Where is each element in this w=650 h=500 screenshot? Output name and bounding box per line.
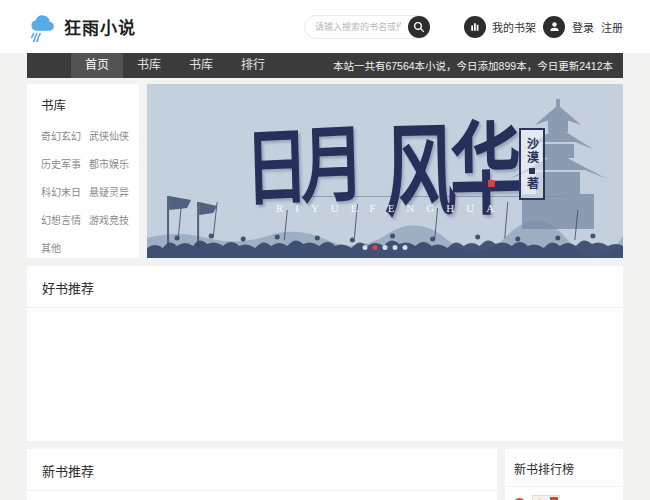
author-seal-box: 沙漠 著: [519, 128, 545, 200]
category-link[interactable]: 历史军事: [41, 159, 81, 170]
new-books-section: 新书推荐: [27, 449, 497, 500]
site-name: 狂雨小说: [64, 14, 136, 39]
register-link[interactable]: 注册: [601, 19, 623, 35]
good-books-title: 好书推荐: [27, 266, 623, 308]
new-ranking-title: 新书排行榜: [505, 449, 623, 487]
sidebar-title: 书库: [41, 95, 125, 114]
author-suffix: 著: [524, 177, 541, 191]
carousel-dot-active[interactable]: [373, 245, 378, 250]
site-header: 狂雨小说 我的书架: [0, 0, 650, 53]
banner-romanized-title: RIYUEFENGHUA: [147, 202, 623, 214]
category-link[interactable]: 其他: [41, 243, 61, 254]
nav-item-ranking[interactable]: 排行: [227, 53, 279, 78]
ranking-list-item[interactable]: 1 剑来: [505, 487, 623, 500]
site-logo[interactable]: 狂雨小说: [27, 12, 136, 42]
carousel-dot[interactable]: [393, 245, 398, 250]
author-name: 沙漠: [524, 137, 541, 165]
banner-carousel[interactable]: 日月 风华 沙漠 著 RIYUEFENGHUA: [147, 84, 623, 258]
bookshelf-label: 我的书架: [492, 19, 536, 35]
site-stats: 本站一共有67564本小说，今日添加899本，今日更新2412本: [333, 58, 623, 73]
banner-title-part2: 风华: [383, 87, 517, 237]
nav-item-library-1[interactable]: 书库: [123, 53, 175, 78]
search-icon: [412, 20, 426, 34]
category-link[interactable]: 奇幻玄幻: [41, 131, 81, 142]
my-bookshelf-link[interactable]: 我的书架: [464, 16, 536, 38]
book-cover-thumbnail: [532, 495, 560, 500]
carousel-dots: [363, 245, 408, 250]
category-link[interactable]: 幻想言情: [41, 215, 81, 226]
new-books-title: 新书推荐: [27, 449, 497, 491]
new-book-ranking-section: 新书排行榜 1 剑来: [505, 449, 623, 500]
category-link[interactable]: 都市娱乐: [89, 159, 129, 170]
category-sidebar: 书库 奇幻玄幻 武侠仙侠 历史军事 都市娱乐 科幻末日 悬疑灵异 幻想言情 游戏…: [27, 84, 139, 258]
author-seal-dot: [529, 168, 535, 174]
carousel-dot[interactable]: [363, 245, 368, 250]
carousel-dot[interactable]: [383, 245, 388, 250]
user-icon: [543, 16, 565, 38]
category-link[interactable]: 武侠仙侠: [89, 131, 129, 142]
rain-cloud-icon: [27, 12, 57, 42]
nav-item-home[interactable]: 首页: [71, 53, 123, 78]
category-link[interactable]: 科幻末日: [41, 187, 81, 198]
login-link[interactable]: 登录: [572, 19, 594, 35]
good-books-section: 好书推荐: [27, 266, 623, 441]
search-button[interactable]: [408, 16, 430, 38]
main-nav: 首页 书库 书库 排行 本站一共有67564本小说，今日添加899本，今日更新2…: [0, 53, 650, 78]
carousel-dot[interactable]: [403, 245, 408, 250]
nav-item-library-2[interactable]: 书库: [175, 53, 227, 78]
category-link[interactable]: 游戏竞技: [89, 215, 129, 226]
search-bar: [304, 15, 430, 39]
bookshelf-icon: [464, 16, 486, 38]
category-link[interactable]: 悬疑灵异: [89, 187, 129, 198]
seal-stamp: [488, 180, 495, 187]
